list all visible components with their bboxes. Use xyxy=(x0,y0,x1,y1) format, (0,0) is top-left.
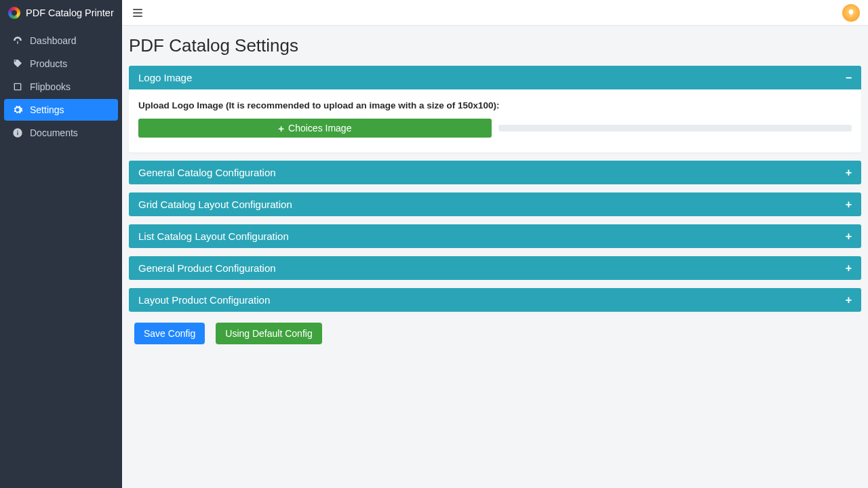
avatar[interactable] xyxy=(842,4,860,22)
sidebar: PDF Catalog Printer Dashboard Products F… xyxy=(0,0,122,488)
sidebar-item-label: Flipbooks xyxy=(30,81,71,92)
sidebar-item-settings[interactable]: Settings xyxy=(4,99,118,121)
sidebar-item-label: Documents xyxy=(30,127,78,138)
sidebar-item-label: Dashboard xyxy=(30,35,77,46)
book-icon xyxy=(12,81,23,92)
sidebar-item-label: Products xyxy=(30,58,67,69)
panel-general-catalog: General Catalog Configuration + xyxy=(129,161,861,184)
panel-title: General Product Configuration xyxy=(138,262,276,274)
panel-header[interactable]: Logo Image − xyxy=(129,66,861,89)
panel-header[interactable]: General Product Configuration + xyxy=(129,256,861,280)
minus-icon: − xyxy=(846,73,852,83)
plus-icon: + xyxy=(846,263,852,274)
sidebar-item-flipbooks[interactable]: Flipbooks xyxy=(4,76,118,98)
panel-general-product: General Product Configuration + xyxy=(129,256,861,280)
panel-logo-image: Logo Image − Upload Logo Image (It is re… xyxy=(129,66,861,152)
default-config-button[interactable]: Using Default Config xyxy=(216,323,321,344)
upload-label: Upload Logo Image (It is recommended to … xyxy=(138,100,852,110)
choices-image-button[interactable]: + Choices Image xyxy=(138,119,492,138)
panel-title: General Catalog Configuration xyxy=(138,167,276,178)
upload-row: + Choices Image xyxy=(138,119,852,138)
panel-title: Logo Image xyxy=(138,72,192,83)
panel-header[interactable]: Grid Catalog Layout Configuration + xyxy=(129,192,861,216)
plus-icon: + xyxy=(846,295,852,306)
sidebar-item-products[interactable]: Products xyxy=(4,53,118,75)
bulb-icon xyxy=(847,9,855,17)
sidebar-item-label: Settings xyxy=(30,104,64,115)
panel-grid-catalog: Grid Catalog Layout Configuration + xyxy=(129,192,861,216)
panel-header[interactable]: General Catalog Configuration + xyxy=(129,161,861,184)
panel-layout-product: Layout Product Configuration + xyxy=(129,288,861,312)
panel-title: List Catalog Layout Configuration xyxy=(138,230,289,242)
main-area: PDF Catalog Settings Logo Image − Upload… xyxy=(122,0,868,488)
tag-icon xyxy=(12,58,23,69)
app-logo-icon xyxy=(8,7,20,19)
app-title: PDF Catalog Printer xyxy=(26,7,114,18)
panel-list-catalog: List Catalog Layout Configuration + xyxy=(129,224,861,248)
panel-header[interactable]: Layout Product Configuration + xyxy=(129,288,861,312)
panel-title: Layout Product Configuration xyxy=(138,294,270,306)
dashboard-icon xyxy=(12,35,23,46)
plus-icon: + xyxy=(846,167,852,178)
panel-body: Upload Logo Image (It is recommended to … xyxy=(129,89,861,152)
panel-title: Grid Catalog Layout Configuration xyxy=(138,199,292,210)
content: PDF Catalog Settings Logo Image − Upload… xyxy=(122,26,868,357)
save-config-button[interactable]: Save Config xyxy=(134,323,205,344)
sidebar-item-dashboard[interactable]: Dashboard xyxy=(4,30,118,52)
button-row: Save Config Using Default Config xyxy=(129,320,861,347)
plus-icon: + xyxy=(278,123,284,134)
hamburger-icon[interactable] xyxy=(133,6,146,20)
choices-image-label: Choices Image xyxy=(288,123,351,134)
sidebar-item-documents[interactable]: Documents xyxy=(4,122,118,144)
gear-icon xyxy=(12,104,23,115)
page-title: PDF Catalog Settings xyxy=(129,35,861,56)
plus-icon: + xyxy=(846,231,852,242)
info-icon xyxy=(12,127,23,138)
plus-icon: + xyxy=(846,199,852,210)
upload-preview xyxy=(498,125,852,131)
topbar xyxy=(122,0,868,26)
panel-header[interactable]: List Catalog Layout Configuration + xyxy=(129,224,861,248)
sidebar-header: PDF Catalog Printer xyxy=(0,0,122,26)
sidebar-nav: Dashboard Products Flipbooks Settings Do… xyxy=(0,26,122,149)
